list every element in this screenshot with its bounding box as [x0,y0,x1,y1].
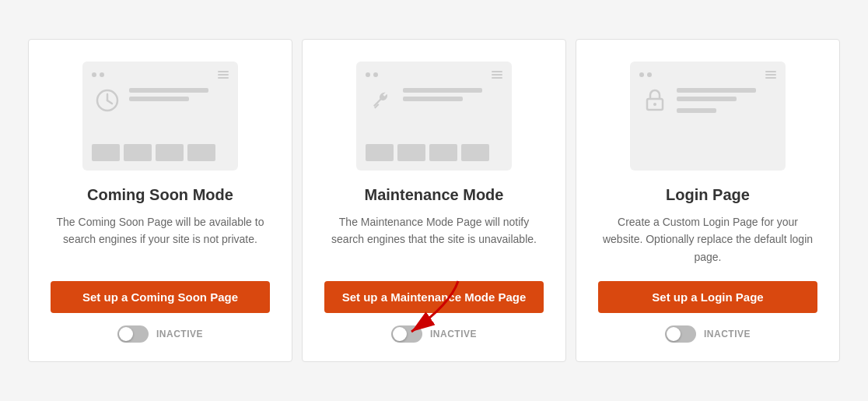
coming-soon-toggle[interactable] [117,325,149,343]
wireframe-line [129,88,208,93]
wireframe-block [397,144,425,161]
toggle-knob [393,327,407,341]
wireframe-line [403,97,463,101]
wireframe-menu-icon [218,71,229,79]
wireframe-line [677,108,716,113]
toggle-area: INACTIVE [117,325,203,343]
wireframe-lines [677,85,776,155]
wireframe-block [366,144,394,161]
svg-line-2 [107,100,112,104]
lock-icon [639,85,670,116]
toggle-label: INACTIVE [430,329,477,339]
wireframe-line [677,88,756,93]
wireframe-lines [403,85,502,138]
svg-point-5 [653,103,656,106]
maintenance-button[interactable]: Set up a Maintenance Mode Page [324,281,544,313]
maintenance-card: Maintenance Mode The Maintenance Mode Pa… [302,39,566,362]
card-description: The Maintenance Mode Page will notify se… [324,213,544,266]
wireframe-dot [92,72,96,77]
wireframe-line [403,88,482,93]
card-title: Login Page [666,186,750,204]
wrench-icon [366,85,397,116]
wireframe-block [124,144,152,161]
wireframe-menu-icon [492,71,502,79]
wireframe-block [156,144,184,161]
wireframe-dot [639,72,644,77]
wireframe-body [366,85,502,138]
card-title: Maintenance Mode [365,186,504,204]
wireframe-blocks [92,138,215,161]
toggle-area: INACTIVE [391,325,477,343]
login-button[interactable]: Set up a Login Page [598,281,817,313]
toggle-knob [119,327,133,341]
wireframe-block [92,144,120,161]
wireframe-body [639,85,776,155]
maintenance-toggle[interactable] [391,325,422,343]
toggle-area: INACTIVE [665,325,751,343]
wireframe-lines [129,85,229,138]
login-wireframe [630,62,786,171]
wireframe-line [129,97,189,101]
coming-soon-wireframe [82,62,238,171]
wireframe-dot [100,72,104,77]
wireframe-body [92,85,229,138]
toggle-knob [667,327,681,341]
coming-soon-button[interactable]: Set up a Coming Soon Page [51,281,270,313]
login-toggle[interactable] [665,325,696,343]
wireframe-blocks [366,138,489,161]
cards-wrapper: Coming Soon Mode The Coming Soon Page wi… [16,39,852,362]
wireframe-menu-icon [765,71,776,79]
wireframe-block [461,144,489,161]
wireframe-block [187,144,215,161]
card-description: The Coming Soon Page will be available t… [51,213,270,266]
clock-icon [92,85,123,116]
coming-soon-card: Coming Soon Mode The Coming Soon Page wi… [28,39,292,362]
wireframe-line [677,97,737,101]
toggle-label: INACTIVE [156,329,203,339]
card-description: Create a Custom Login Page for your webs… [598,213,817,266]
maintenance-wireframe [356,62,512,171]
wireframe-block [429,144,457,161]
card-title: Coming Soon Mode [87,186,233,204]
login-card: Login Page Create a Custom Login Page fo… [576,39,840,362]
wireframe-dot [373,72,378,77]
toggle-label: INACTIVE [704,329,751,339]
wireframe-dot [366,72,370,77]
wireframe-dot [647,72,652,77]
